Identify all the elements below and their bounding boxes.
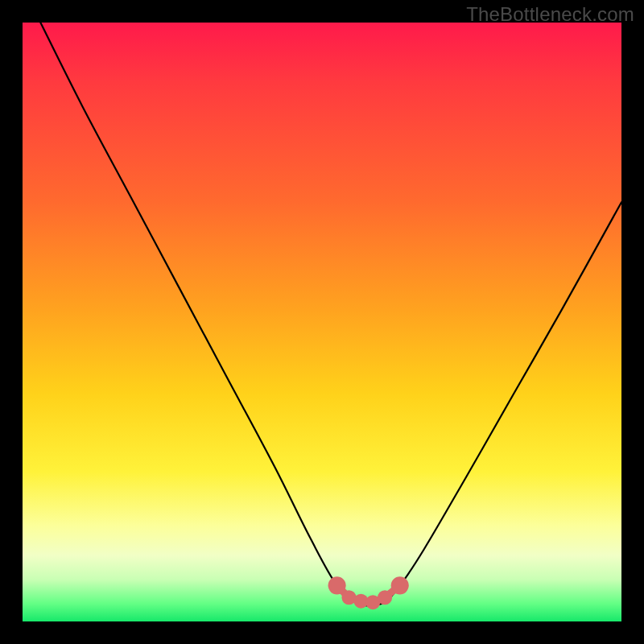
trough-marker-0 xyxy=(328,576,346,594)
bottleneck-curve xyxy=(40,23,621,606)
chart-frame: TheBottleneck.com xyxy=(0,0,644,644)
trough-marker-5 xyxy=(391,576,409,594)
plot-area xyxy=(23,23,621,621)
curve-svg xyxy=(23,23,621,621)
trough-markers xyxy=(328,576,409,609)
trough-marker-4 xyxy=(378,590,392,605)
